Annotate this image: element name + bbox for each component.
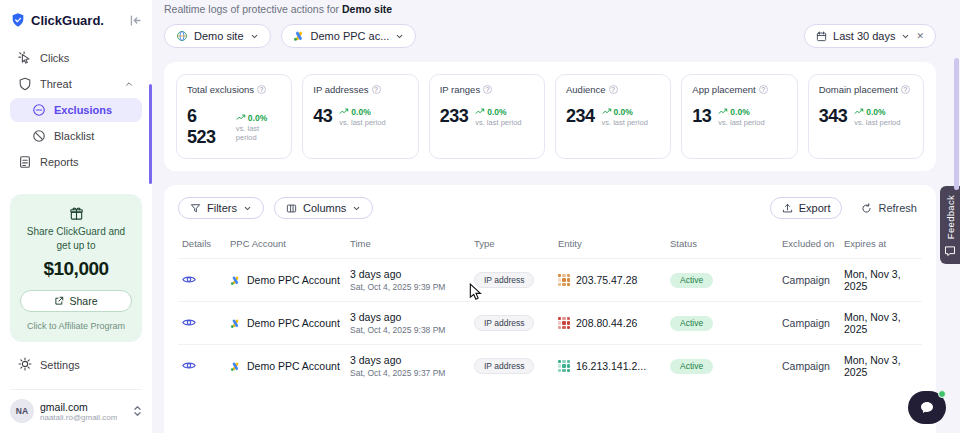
sidebar: ClickGuard. Clicks Threat Exclusions — [0, 0, 152, 433]
subtitle-site-name: Demo site — [342, 3, 392, 15]
filter-bar: Demo site Demo PPC ac... Last 30 days ✕ — [164, 24, 936, 48]
sidebar-item-reports[interactable]: Reports — [10, 150, 142, 174]
details-eye-button[interactable] — [182, 360, 196, 371]
entity-identicon — [558, 274, 570, 286]
ppc-account-name: Demo PPC Account — [247, 317, 340, 329]
time-relative: 3 days ago — [350, 311, 466, 323]
table-row: Demo PPC Account 3 days agoSat, Oct 4, 2… — [178, 345, 922, 388]
circle-minus-icon — [32, 103, 46, 117]
affiliate-link[interactable]: Click to Affiliate Program — [20, 320, 132, 332]
refresh-button-label: Refresh — [878, 202, 917, 214]
stat-label: Audience — [566, 84, 606, 95]
account-filter-dropdown[interactable]: Demo PPC ac... — [281, 24, 417, 48]
clear-filter-icon[interactable]: ✕ — [916, 32, 924, 41]
export-icon — [782, 203, 793, 214]
chevron-down-icon — [901, 32, 910, 41]
stat-value: 13 — [692, 106, 711, 127]
site-filter-dropdown[interactable]: Demo site — [164, 24, 271, 48]
filters-button-label: Filters — [207, 202, 237, 214]
excluded-on-value: Campaign — [778, 345, 840, 388]
details-eye-button[interactable] — [182, 274, 196, 285]
user-menu[interactable]: NA gmail.com naatali.ro@gmail.com — [10, 389, 142, 423]
sidebar-item-label: Clicks — [40, 52, 69, 64]
sidebar-item-clicks[interactable]: Clicks — [10, 46, 142, 70]
col-header-type[interactable]: Type — [470, 232, 554, 259]
threat-submenu: Exclusions Blacklist — [10, 98, 142, 148]
col-header-ppc-account[interactable]: PPC Account — [226, 232, 346, 259]
chevron-down-icon — [395, 32, 404, 41]
sidebar-header: ClickGuard. — [10, 12, 142, 28]
entity-value: 208.80.44.26 — [576, 317, 637, 329]
trend-period: vs. last period — [339, 118, 385, 127]
col-header-details[interactable]: Details — [178, 232, 226, 259]
google-ads-icon — [293, 30, 305, 42]
page-scrollbar[interactable] — [954, 58, 959, 190]
info-icon[interactable]: ? — [483, 85, 492, 94]
chat-launcher-button[interactable] — [908, 391, 946, 424]
status-badge: Active — [670, 359, 713, 374]
table-row: Demo PPC Account 3 days agoSat, Oct 4, 2… — [178, 259, 922, 302]
info-icon[interactable]: ? — [257, 85, 266, 94]
feedback-tab[interactable]: Feedback — [940, 186, 960, 264]
refresh-button[interactable]: Refresh — [856, 197, 922, 219]
col-header-entity[interactable]: Entity — [554, 232, 666, 259]
ban-icon — [32, 129, 46, 143]
col-header-excluded-on[interactable]: Excluded on — [778, 232, 840, 259]
export-button[interactable]: Export — [770, 197, 843, 219]
main-content: Realtime logs of protective actions for … — [152, 0, 960, 433]
col-header-status[interactable]: Status — [666, 232, 778, 259]
share-button-label: Share — [69, 295, 97, 307]
stat-card-audience: Audience? 234 0.0%vs. last period — [555, 74, 671, 159]
stats-panel: Total exclusions? 6 523 0.0%vs. last per… — [164, 62, 936, 171]
info-icon[interactable]: ? — [759, 85, 768, 94]
trend-period: vs. last period — [854, 118, 900, 127]
sidebar-item-label: Threat — [40, 78, 72, 90]
trend-up-icon — [339, 108, 349, 115]
stat-card-ip-ranges: IP ranges? 233 0.0%vs. last period — [429, 74, 545, 159]
col-header-expires-at[interactable]: Expires at — [840, 232, 922, 259]
col-header-time[interactable]: Time — [346, 232, 470, 259]
sidebar-item-label: Blacklist — [54, 130, 94, 142]
ppc-account-name: Demo PPC Account — [247, 274, 340, 286]
info-icon[interactable]: ? — [901, 85, 910, 94]
gear-icon — [18, 357, 32, 373]
time-absolute: Sat, Oct 4, 2025 9:38 PM — [350, 325, 466, 335]
refresh-icon — [861, 203, 872, 214]
gift-icon — [69, 206, 84, 221]
columns-button[interactable]: Columns — [274, 197, 373, 219]
details-eye-button[interactable] — [182, 317, 196, 328]
site-filter-value: Demo site — [194, 30, 244, 42]
user-email: naatali.ro@gmail.com — [40, 413, 117, 422]
trend-value: 0.0% — [730, 107, 749, 117]
trend-period: vs. last period — [236, 124, 282, 142]
info-icon[interactable]: ? — [372, 85, 381, 94]
stat-label: App placement — [692, 84, 755, 95]
stat-value: 43 — [313, 106, 332, 127]
date-range-dropdown[interactable]: Last 30 days ✕ — [804, 24, 936, 48]
stat-value: 233 — [440, 106, 469, 127]
trend-up-icon — [475, 108, 485, 115]
stat-label: Total exclusions — [187, 84, 254, 95]
feedback-chat-icon — [944, 245, 956, 257]
sidebar-item-settings[interactable]: Settings — [10, 351, 142, 379]
share-button[interactable]: Share — [20, 290, 132, 312]
time-absolute: Sat, Oct 4, 2025 9:39 PM — [350, 282, 466, 292]
table-toolbar: Filters Columns Export Refresh — [178, 197, 922, 219]
info-icon[interactable]: ? — [609, 85, 618, 94]
user-meta: gmail.com naatali.ro@gmail.com — [40, 401, 117, 422]
chevron-down-icon — [250, 32, 259, 41]
sidebar-item-threat[interactable]: Threat — [10, 72, 142, 96]
sidebar-item-blacklist[interactable]: Blacklist — [10, 124, 142, 148]
trend-value: 0.0% — [248, 113, 267, 123]
ppc-account-name: Demo PPC Account — [247, 360, 340, 372]
stat-card-total-exclusions: Total exclusions? 6 523 0.0%vs. last per… — [176, 74, 292, 159]
sidebar-collapse-button[interactable] — [129, 14, 142, 27]
trend-period: vs. last period — [602, 118, 648, 127]
entity-identicon — [558, 317, 570, 329]
collapse-icon — [129, 14, 142, 27]
stat-label: Domain placement — [819, 84, 898, 95]
filters-button[interactable]: Filters — [178, 197, 264, 219]
sidebar-item-exclusions[interactable]: Exclusions — [10, 98, 142, 122]
trend-value: 0.0% — [487, 107, 506, 117]
stat-card-ip-addresses: IP addresses? 43 0.0%vs. last period — [302, 74, 418, 159]
